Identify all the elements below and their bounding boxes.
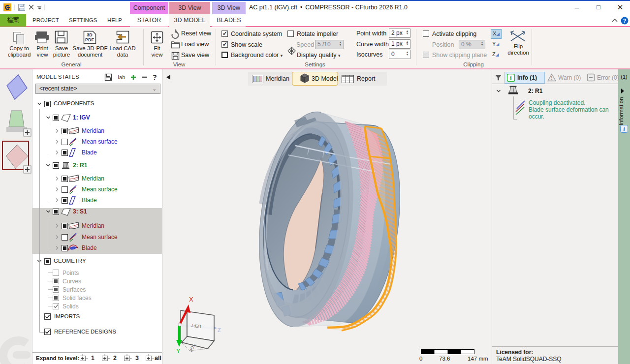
svg-text:?: ? (623, 18, 627, 24)
svg-text:0: 0 (419, 356, 422, 362)
svg-text:PDF: PDF (85, 37, 94, 42)
svg-text:Y: Y (176, 347, 181, 354)
svg-text:!: ! (551, 75, 552, 81)
svg-text:Iab: Iab (118, 74, 125, 80)
svg-text:?: ? (153, 73, 157, 81)
svg-text:3D: 3D (87, 32, 93, 37)
svg-text:Z: Z (218, 327, 221, 333)
svg-text:X: X (189, 296, 193, 303)
svg-text:73.6: 73.6 (439, 356, 450, 362)
svg-text:147 mm: 147 mm (468, 356, 488, 362)
